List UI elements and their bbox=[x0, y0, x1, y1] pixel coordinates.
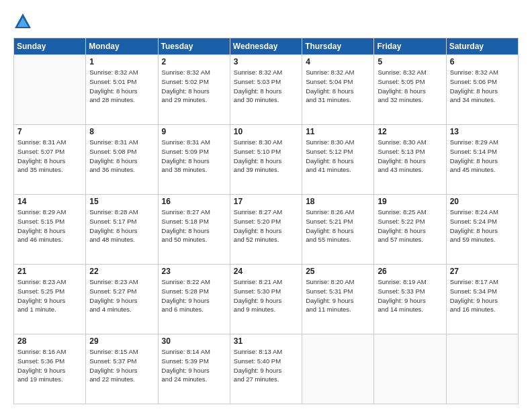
calendar-cell: 22Sunrise: 8:23 AMSunset: 5:27 PMDayligh… bbox=[86, 265, 158, 334]
day-number: 29 bbox=[89, 336, 154, 346]
logo-icon bbox=[13, 12, 32, 31]
day-number: 27 bbox=[450, 267, 515, 276]
calendar-cell: 3Sunrise: 8:32 AMSunset: 5:03 PMDaylight… bbox=[230, 55, 302, 125]
day-number: 16 bbox=[162, 197, 226, 206]
day-number: 21 bbox=[17, 267, 82, 276]
day-number: 17 bbox=[234, 197, 298, 206]
day-number: 10 bbox=[234, 127, 298, 136]
calendar-cell: 18Sunrise: 8:26 AMSunset: 5:21 PMDayligh… bbox=[302, 195, 374, 265]
weekday-header: Sunday bbox=[14, 38, 86, 55]
day-number: 26 bbox=[378, 267, 442, 276]
day-info: Sunrise: 8:32 AMSunset: 5:01 PMDaylight:… bbox=[89, 68, 154, 105]
day-info: Sunrise: 8:26 AMSunset: 5:21 PMDaylight:… bbox=[306, 208, 370, 244]
calendar-cell: 2Sunrise: 8:32 AMSunset: 5:02 PMDaylight… bbox=[158, 55, 230, 125]
calendar-cell: 11Sunrise: 8:30 AMSunset: 5:12 PMDayligh… bbox=[302, 125, 374, 195]
calendar-table: SundayMondayTuesdayWednesdayThursdayFrid… bbox=[13, 38, 519, 404]
day-number: 30 bbox=[162, 336, 226, 346]
logo bbox=[13, 12, 35, 31]
day-number: 23 bbox=[162, 267, 226, 276]
day-number: 5 bbox=[378, 57, 442, 66]
day-number: 28 bbox=[17, 336, 82, 346]
day-info: Sunrise: 8:31 AMSunset: 5:07 PMDaylight:… bbox=[17, 138, 82, 175]
day-number: 24 bbox=[234, 267, 298, 276]
day-info: Sunrise: 8:24 AMSunset: 5:24 PMDaylight:… bbox=[450, 208, 515, 244]
day-info: Sunrise: 8:32 AMSunset: 5:03 PMDaylight:… bbox=[234, 68, 298, 105]
day-number: 15 bbox=[89, 197, 154, 206]
day-number: 13 bbox=[450, 127, 515, 136]
calendar-cell: 16Sunrise: 8:27 AMSunset: 5:18 PMDayligh… bbox=[158, 195, 230, 265]
day-number: 3 bbox=[234, 57, 298, 66]
calendar-cell: 13Sunrise: 8:29 AMSunset: 5:14 PMDayligh… bbox=[446, 125, 518, 195]
weekday-header: Saturday bbox=[446, 38, 518, 55]
day-info: Sunrise: 8:30 AMSunset: 5:10 PMDaylight:… bbox=[234, 138, 298, 175]
week-row: 7Sunrise: 8:31 AMSunset: 5:07 PMDaylight… bbox=[14, 125, 519, 195]
day-number: 22 bbox=[89, 267, 154, 276]
calendar-cell bbox=[14, 55, 86, 125]
calendar-cell: 26Sunrise: 8:19 AMSunset: 5:33 PMDayligh… bbox=[374, 265, 446, 334]
day-info: Sunrise: 8:32 AMSunset: 5:06 PMDaylight:… bbox=[450, 68, 515, 105]
day-info: Sunrise: 8:13 AMSunset: 5:40 PMDaylight:… bbox=[234, 347, 298, 384]
calendar-cell: 7Sunrise: 8:31 AMSunset: 5:07 PMDaylight… bbox=[14, 125, 86, 195]
day-info: Sunrise: 8:27 AMSunset: 5:20 PMDaylight:… bbox=[234, 208, 298, 244]
calendar-cell: 10Sunrise: 8:30 AMSunset: 5:10 PMDayligh… bbox=[230, 125, 302, 195]
day-number: 25 bbox=[306, 267, 370, 276]
calendar-cell: 28Sunrise: 8:16 AMSunset: 5:36 PMDayligh… bbox=[14, 334, 86, 404]
day-info: Sunrise: 8:32 AMSunset: 5:02 PMDaylight:… bbox=[162, 68, 226, 105]
week-row: 14Sunrise: 8:29 AMSunset: 5:15 PMDayligh… bbox=[14, 195, 519, 265]
calendar-cell: 27Sunrise: 8:17 AMSunset: 5:34 PMDayligh… bbox=[446, 265, 518, 334]
day-number: 6 bbox=[450, 57, 515, 66]
calendar-cell bbox=[374, 334, 446, 404]
weekday-header: Tuesday bbox=[158, 38, 230, 55]
calendar-cell: 24Sunrise: 8:21 AMSunset: 5:30 PMDayligh… bbox=[230, 265, 302, 334]
calendar-cell: 6Sunrise: 8:32 AMSunset: 5:06 PMDaylight… bbox=[446, 55, 518, 125]
calendar-cell: 25Sunrise: 8:20 AMSunset: 5:31 PMDayligh… bbox=[302, 265, 374, 334]
day-info: Sunrise: 8:17 AMSunset: 5:34 PMDaylight:… bbox=[450, 277, 515, 314]
day-info: Sunrise: 8:32 AMSunset: 5:04 PMDaylight:… bbox=[306, 68, 370, 105]
calendar-cell: 21Sunrise: 8:23 AMSunset: 5:25 PMDayligh… bbox=[14, 265, 86, 334]
day-info: Sunrise: 8:14 AMSunset: 5:39 PMDaylight:… bbox=[162, 347, 226, 384]
week-row: 21Sunrise: 8:23 AMSunset: 5:25 PMDayligh… bbox=[14, 265, 519, 334]
day-number: 14 bbox=[17, 197, 82, 206]
calendar-cell: 31Sunrise: 8:13 AMSunset: 5:40 PMDayligh… bbox=[230, 334, 302, 404]
calendar-cell: 19Sunrise: 8:25 AMSunset: 5:22 PMDayligh… bbox=[374, 195, 446, 265]
day-number: 31 bbox=[234, 336, 298, 346]
weekday-header: Wednesday bbox=[230, 38, 302, 55]
day-number: 1 bbox=[89, 57, 154, 66]
day-info: Sunrise: 8:16 AMSunset: 5:36 PMDaylight:… bbox=[17, 347, 82, 384]
day-info: Sunrise: 8:31 AMSunset: 5:09 PMDaylight:… bbox=[162, 138, 226, 175]
day-number: 11 bbox=[306, 127, 370, 136]
calendar-cell bbox=[302, 334, 374, 404]
calendar-cell: 4Sunrise: 8:32 AMSunset: 5:04 PMDaylight… bbox=[302, 55, 374, 125]
weekday-header-row: SundayMondayTuesdayWednesdayThursdayFrid… bbox=[14, 38, 519, 55]
header bbox=[13, 12, 519, 31]
day-info: Sunrise: 8:32 AMSunset: 5:05 PMDaylight:… bbox=[378, 68, 442, 105]
day-info: Sunrise: 8:20 AMSunset: 5:31 PMDaylight:… bbox=[306, 277, 370, 314]
day-info: Sunrise: 8:23 AMSunset: 5:27 PMDaylight:… bbox=[89, 277, 154, 314]
calendar-cell: 5Sunrise: 8:32 AMSunset: 5:05 PMDaylight… bbox=[374, 55, 446, 125]
weekday-header: Thursday bbox=[302, 38, 374, 55]
page: SundayMondayTuesdayWednesdayThursdayFrid… bbox=[0, 0, 532, 411]
day-number: 20 bbox=[450, 197, 515, 206]
calendar-cell: 30Sunrise: 8:14 AMSunset: 5:39 PMDayligh… bbox=[158, 334, 230, 404]
week-row: 28Sunrise: 8:16 AMSunset: 5:36 PMDayligh… bbox=[14, 334, 519, 404]
week-row: 1Sunrise: 8:32 AMSunset: 5:01 PMDaylight… bbox=[14, 55, 519, 125]
calendar-cell: 17Sunrise: 8:27 AMSunset: 5:20 PMDayligh… bbox=[230, 195, 302, 265]
calendar-cell: 29Sunrise: 8:15 AMSunset: 5:37 PMDayligh… bbox=[86, 334, 158, 404]
day-info: Sunrise: 8:29 AMSunset: 5:14 PMDaylight:… bbox=[450, 138, 515, 175]
day-number: 7 bbox=[17, 127, 82, 136]
calendar-cell: 20Sunrise: 8:24 AMSunset: 5:24 PMDayligh… bbox=[446, 195, 518, 265]
calendar-cell: 8Sunrise: 8:31 AMSunset: 5:08 PMDaylight… bbox=[86, 125, 158, 195]
calendar-cell: 14Sunrise: 8:29 AMSunset: 5:15 PMDayligh… bbox=[14, 195, 86, 265]
day-info: Sunrise: 8:21 AMSunset: 5:30 PMDaylight:… bbox=[234, 277, 298, 314]
day-number: 2 bbox=[162, 57, 226, 66]
day-info: Sunrise: 8:31 AMSunset: 5:08 PMDaylight:… bbox=[89, 138, 154, 175]
day-info: Sunrise: 8:30 AMSunset: 5:12 PMDaylight:… bbox=[306, 138, 370, 175]
day-info: Sunrise: 8:29 AMSunset: 5:15 PMDaylight:… bbox=[17, 208, 82, 244]
day-info: Sunrise: 8:15 AMSunset: 5:37 PMDaylight:… bbox=[89, 347, 154, 384]
calendar-cell: 9Sunrise: 8:31 AMSunset: 5:09 PMDaylight… bbox=[158, 125, 230, 195]
day-info: Sunrise: 8:28 AMSunset: 5:17 PMDaylight:… bbox=[89, 208, 154, 244]
day-info: Sunrise: 8:23 AMSunset: 5:25 PMDaylight:… bbox=[17, 277, 82, 314]
day-info: Sunrise: 8:27 AMSunset: 5:18 PMDaylight:… bbox=[162, 208, 226, 244]
calendar-cell: 12Sunrise: 8:30 AMSunset: 5:13 PMDayligh… bbox=[374, 125, 446, 195]
day-number: 8 bbox=[89, 127, 154, 136]
